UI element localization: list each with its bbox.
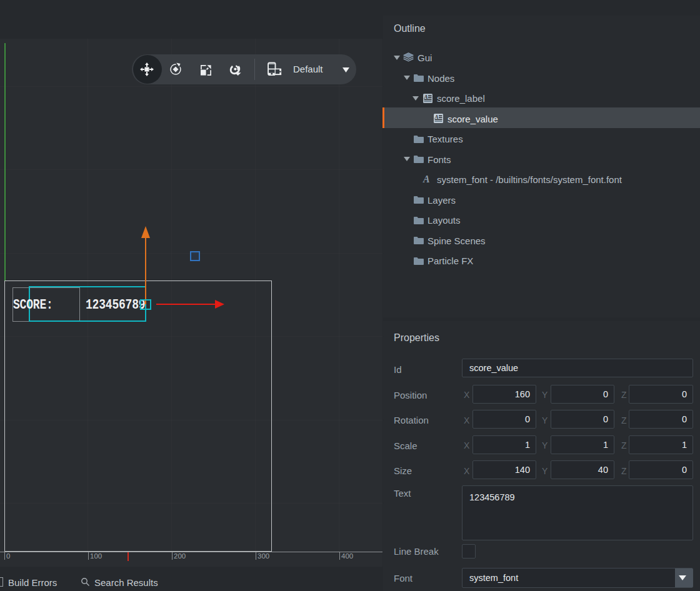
svg-text:A: A (424, 94, 428, 100)
svg-text:A: A (434, 114, 439, 120)
